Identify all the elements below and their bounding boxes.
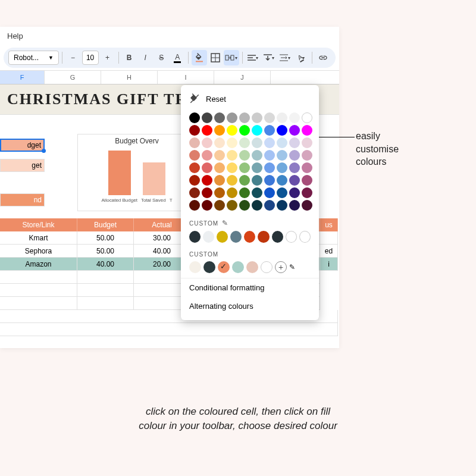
- wrap-button[interactable]: ▾: [277, 50, 293, 65]
- custom-swatch[interactable]: [230, 231, 242, 243]
- color-swatch[interactable]: [189, 187, 200, 198]
- custom-swatch[interactable]: [286, 231, 297, 243]
- color-swatch[interactable]: [227, 137, 237, 148]
- color-swatch[interactable]: [202, 162, 212, 173]
- custom-swatch[interactable]: [246, 261, 258, 273]
- table-row[interactable]: [0, 323, 338, 336]
- color-swatch[interactable]: [264, 125, 275, 136]
- borders-button[interactable]: [208, 50, 223, 65]
- color-swatch[interactable]: [302, 137, 312, 148]
- bold-button[interactable]: B: [121, 50, 137, 65]
- menu-help[interactable]: Help: [0, 27, 339, 45]
- decrease-size[interactable]: −: [65, 50, 81, 65]
- color-swatch[interactable]: [227, 125, 237, 136]
- color-swatch[interactable]: [252, 112, 262, 123]
- strike-button[interactable]: S: [154, 50, 169, 65]
- color-swatch[interactable]: [214, 125, 225, 136]
- reset-color[interactable]: Reset: [181, 90, 319, 108]
- color-swatch[interactable]: [277, 175, 287, 186]
- eyedropper-icon[interactable]: ✎: [222, 219, 228, 227]
- color-swatch[interactable]: [277, 112, 287, 123]
- custom-swatch[interactable]: [272, 231, 283, 243]
- color-swatch[interactable]: [302, 187, 312, 198]
- color-swatch[interactable]: [239, 125, 250, 136]
- color-swatch[interactable]: [202, 150, 212, 161]
- halign-button[interactable]: ▾: [245, 50, 261, 65]
- link-button[interactable]: [315, 50, 331, 65]
- color-swatch[interactable]: [189, 200, 200, 211]
- color-swatch[interactable]: [239, 200, 250, 211]
- col-j[interactable]: J: [214, 71, 271, 84]
- color-swatch[interactable]: [239, 112, 250, 123]
- italic-button[interactable]: I: [137, 50, 153, 65]
- col-h[interactable]: H: [101, 71, 158, 84]
- color-swatch[interactable]: [214, 137, 225, 148]
- color-swatch[interactable]: [252, 125, 262, 136]
- color-swatch[interactable]: [214, 200, 225, 211]
- custom-swatch[interactable]: [189, 231, 201, 243]
- color-swatch[interactable]: [302, 162, 312, 173]
- custom-swatch[interactable]: [232, 261, 244, 273]
- color-swatch[interactable]: [214, 112, 225, 123]
- color-swatch[interactable]: [202, 125, 212, 136]
- color-swatch[interactable]: [202, 112, 212, 123]
- font-selector[interactable]: Robot...▼: [8, 51, 59, 65]
- color-swatch[interactable]: [277, 137, 287, 148]
- color-swatch[interactable]: [289, 112, 300, 123]
- font-size-value[interactable]: 10: [82, 51, 99, 65]
- color-swatch[interactable]: [302, 200, 312, 211]
- color-swatch[interactable]: [189, 150, 200, 161]
- color-swatch[interactable]: [214, 187, 225, 198]
- color-swatch[interactable]: [189, 175, 200, 186]
- custom-swatch[interactable]: [258, 231, 269, 243]
- valign-button[interactable]: ▾: [261, 50, 277, 65]
- color-swatch[interactable]: [239, 162, 250, 173]
- custom-swatch[interactable]: [218, 261, 230, 273]
- color-swatch[interactable]: [202, 200, 212, 211]
- col-i[interactable]: I: [158, 71, 214, 84]
- color-swatch[interactable]: [227, 200, 237, 211]
- color-swatch[interactable]: [264, 175, 275, 186]
- color-swatch[interactable]: [252, 200, 262, 211]
- color-swatch[interactable]: [214, 175, 225, 186]
- color-swatch[interactable]: [264, 137, 275, 148]
- color-swatch[interactable]: [202, 137, 212, 148]
- eyedropper-icon[interactable]: ✎: [289, 263, 295, 271]
- col-f[interactable]: F: [0, 71, 45, 84]
- color-swatch[interactable]: [239, 175, 250, 186]
- custom-swatch[interactable]: [189, 261, 201, 273]
- color-swatch[interactable]: [252, 137, 262, 148]
- color-swatch[interactable]: [289, 150, 300, 161]
- color-swatch[interactable]: [202, 187, 212, 198]
- cell-nd[interactable]: nd: [0, 193, 45, 206]
- color-swatch[interactable]: [189, 125, 200, 136]
- custom-swatch[interactable]: [244, 231, 255, 243]
- color-swatch[interactable]: [227, 112, 237, 123]
- color-swatch[interactable]: [252, 175, 262, 186]
- color-swatch[interactable]: [227, 150, 237, 161]
- color-swatch[interactable]: [264, 112, 275, 123]
- color-swatch[interactable]: [302, 125, 312, 136]
- add-color-button[interactable]: +: [275, 261, 287, 273]
- color-swatch[interactable]: [214, 162, 225, 173]
- color-swatch[interactable]: [264, 162, 275, 173]
- color-swatch[interactable]: [252, 162, 262, 173]
- color-swatch[interactable]: [302, 112, 312, 123]
- color-swatch[interactable]: [239, 187, 250, 198]
- conditional-formatting[interactable]: Conditional formatting: [181, 278, 319, 297]
- cell-get[interactable]: get: [0, 159, 45, 172]
- color-swatch[interactable]: [289, 200, 300, 211]
- color-swatch[interactable]: [252, 187, 262, 198]
- color-swatch[interactable]: [189, 137, 200, 148]
- text-color-button[interactable]: A: [170, 50, 185, 65]
- color-swatch[interactable]: [289, 137, 300, 148]
- custom-swatch[interactable]: [261, 261, 273, 273]
- custom-swatch[interactable]: [217, 231, 228, 243]
- color-swatch[interactable]: [302, 150, 312, 161]
- color-swatch[interactable]: [264, 150, 275, 161]
- color-swatch[interactable]: [289, 125, 300, 136]
- color-swatch[interactable]: [302, 175, 312, 186]
- color-swatch[interactable]: [277, 150, 287, 161]
- custom-swatch[interactable]: [299, 231, 311, 243]
- color-swatch[interactable]: [189, 162, 200, 173]
